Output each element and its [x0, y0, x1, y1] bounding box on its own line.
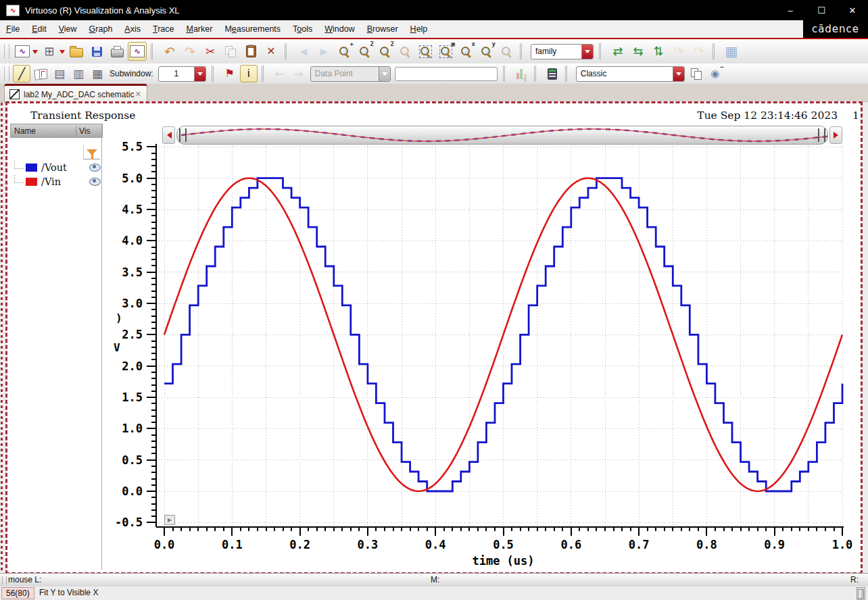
rotate-add-icon[interactable]: ↷ — [669, 42, 688, 61]
plot-timestamp-clipped: 1 — [852, 109, 859, 122]
svg-text:0.3: 0.3 — [358, 538, 379, 551]
menu-marker[interactable]: Marker — [180, 20, 218, 38]
legend-item-vout[interactable]: /Vout — [13, 161, 101, 174]
previous-view-icon[interactable]: ◀ — [294, 42, 313, 61]
point-mode-combo-value: Data Point — [311, 69, 379, 78]
print-icon[interactable] — [107, 42, 126, 61]
zoom-in-icon[interactable]: + — [335, 42, 354, 61]
maximize-button[interactable]: ☐ — [806, 0, 837, 20]
zoom-in-x2-icon[interactable]: 2 — [355, 42, 374, 61]
statusbar-grip — [2, 576, 7, 584]
zoom-off-icon[interactable] — [497, 42, 516, 61]
menu-window[interactable]: Window — [318, 20, 360, 38]
svg-text:1.0: 1.0 — [122, 422, 143, 435]
menu-help[interactable]: Help — [404, 20, 434, 38]
fit-icon[interactable]: ▣ — [436, 42, 455, 61]
point-mode-combo-arrow-icon[interactable] — [379, 67, 390, 81]
plot-title: Transient Response — [30, 109, 135, 122]
next-view-icon[interactable]: ▶ — [314, 42, 333, 61]
close-button[interactable]: ✕ — [837, 0, 868, 20]
selection-border-left — [1, 103, 3, 570]
zoom-fit-icon[interactable] — [416, 42, 435, 61]
svg-text:0.9: 0.9 — [764, 538, 785, 551]
family-combo-value: family — [531, 47, 581, 56]
legend-item-vin[interactable]: /Vin — [13, 175, 101, 189]
svg-text:0.2: 0.2 — [289, 538, 310, 551]
legend-name-header: Name — [11, 126, 76, 136]
wizard-icon[interactable]: ╱ — [13, 65, 30, 82]
undo-icon[interactable]: ↶ — [160, 42, 179, 61]
new-window-dropdown-icon[interactable] — [32, 50, 38, 57]
split-vertical-icon[interactable]: ▥ — [70, 65, 87, 82]
label-balloon-icon[interactable]: i — [240, 65, 258, 82]
cut-icon[interactable]: ✂ — [201, 42, 220, 61]
calculator-icon[interactable] — [544, 65, 561, 82]
delete-icon[interactable]: ✕ — [262, 42, 281, 61]
zoom-x-icon[interactable]: x — [456, 42, 475, 61]
style-combo[interactable]: Classic — [576, 66, 685, 82]
vout-visibility-eye-icon[interactable] — [89, 164, 101, 172]
paste-icon[interactable] — [241, 42, 260, 61]
open-icon[interactable] — [67, 42, 86, 61]
split-horizontal-icon[interactable]: ▤ — [51, 65, 68, 82]
tab-schematic[interactable]: lab2 My_ADC_DAC schematic ✕ — [4, 84, 147, 103]
menu-view[interactable]: View — [53, 20, 83, 38]
menu-graph[interactable]: Graph — [83, 20, 119, 38]
menu-edit[interactable]: Edit — [26, 20, 53, 38]
svg-text:5.0: 5.0 — [122, 172, 143, 185]
grid-layout-icon[interactable]: ▦ — [89, 65, 106, 82]
swap-sweep-icon[interactable]: ⇄ — [608, 42, 627, 61]
subwindow-combo-arrow-icon[interactable] — [194, 67, 206, 81]
title-bar: ∿ Virtuoso (R) Visualization & Analysis … — [0, 0, 868, 20]
family-combo-arrow-icon[interactable] — [581, 45, 593, 59]
filter-funnel-icon[interactable] — [83, 145, 100, 159]
strip-play-button[interactable] — [164, 515, 175, 525]
family-combo[interactable]: family — [531, 44, 594, 59]
style-combo-arrow-icon[interactable] — [673, 67, 684, 81]
zoom-y-icon[interactable]: y — [477, 42, 496, 61]
new-window-icon[interactable]: ∿ — [13, 42, 32, 61]
point-mode-combo[interactable]: Data Point — [310, 66, 391, 82]
table-icon[interactable]: ▦ — [722, 42, 741, 61]
flip-vertical-icon[interactable]: ⇅ — [649, 42, 668, 61]
new-subwindow-icon[interactable]: ⊞ — [40, 42, 59, 61]
copy-graph-icon[interactable] — [688, 65, 705, 82]
svg-text:0.8: 0.8 — [696, 538, 717, 551]
subwindow-combo[interactable]: 1 — [158, 66, 206, 82]
status-slider[interactable] — [857, 587, 865, 600]
redo-icon[interactable]: ↷ — [180, 42, 199, 61]
exchange-axes-icon[interactable]: ⇆ — [629, 42, 648, 61]
menu-trace[interactable]: Trace — [147, 20, 180, 38]
menu-tools[interactable]: Tools — [287, 20, 318, 38]
histogram-icon[interactable] — [512, 65, 530, 82]
cards-icon[interactable] — [32, 65, 49, 82]
zoom-out-x2-icon[interactable]: 2 — [375, 42, 394, 61]
rotate-icon[interactable]: ↷ — [690, 42, 708, 61]
prev-point-icon[interactable]: ← — [271, 65, 289, 82]
vin-visibility-eye-icon[interactable] — [89, 178, 101, 186]
window-title: Virtuoso (R) Visualization & Analysis XL — [25, 5, 180, 16]
snapshot-icon[interactable]: ∿ — [128, 42, 147, 61]
menu-measurements[interactable]: Measurements — [218, 20, 287, 38]
svg-text:2.5: 2.5 — [122, 328, 143, 341]
new-subwindow-dropdown-icon[interactable] — [59, 50, 65, 57]
range-handle-right[interactable] — [818, 128, 825, 142]
flag-icon[interactable]: ⚑ — [221, 65, 239, 82]
save-icon[interactable] — [87, 42, 106, 61]
tab-close-icon[interactable]: ✕ — [135, 90, 141, 99]
copy-icon[interactable] — [221, 42, 240, 61]
transient-response-chart[interactable]: 5.55.04.54.03.53.02.52.01.51.00.50.0-0.5… — [110, 141, 857, 570]
menu-axis[interactable]: Axis — [118, 20, 147, 38]
range-handle-left[interactable] — [179, 128, 187, 142]
minimize-button[interactable]: – — [775, 0, 806, 20]
hide-trace-icon[interactable]: ◉− — [706, 65, 724, 82]
svg-text:time (us): time (us) — [472, 554, 534, 568]
menu-file[interactable]: File — [0, 20, 26, 38]
zoom-region-icon[interactable] — [395, 42, 414, 61]
point-value-input[interactable] — [395, 67, 498, 81]
next-point-icon[interactable]: → — [290, 65, 308, 82]
svg-text:0.5: 0.5 — [493, 538, 514, 551]
left-arrow-icon — [164, 132, 172, 139]
menu-browser[interactable]: Browser — [361, 20, 404, 38]
plot-timestamp: Tue Sep 12 23:14:46 2023 — [697, 109, 838, 122]
